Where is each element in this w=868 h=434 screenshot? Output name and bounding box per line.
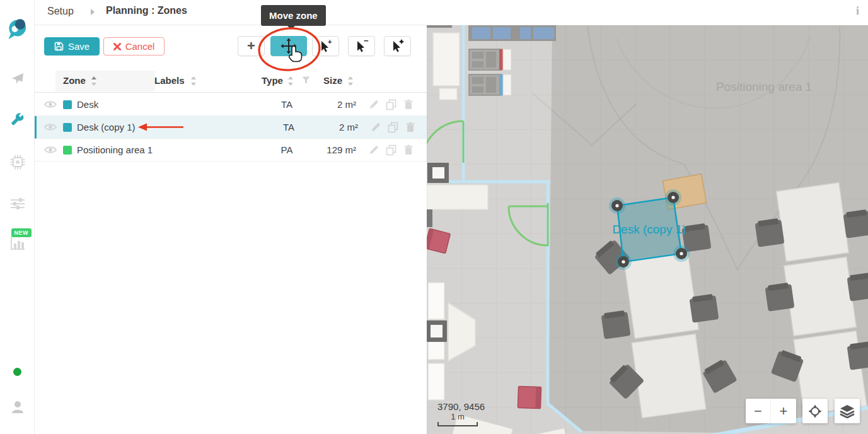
cancel-button-label: Cancel — [125, 41, 155, 52]
locate-crosshair-icon — [808, 404, 822, 418]
zoom-out-button[interactable]: − — [746, 399, 771, 423]
sidebar-item-analytics[interactable]: NEW — [0, 235, 35, 254]
window-shapes — [468, 25, 556, 41]
bed-shape — [469, 49, 511, 70]
move-zone-tooltip: Move zone — [261, 5, 326, 26]
new-badge: NEW — [11, 228, 32, 237]
move-point-button[interactable] — [384, 36, 411, 56]
zones-table-header: Zone Labels Type Size — [35, 69, 427, 93]
pozyx-logo-icon — [6, 16, 29, 40]
visibility-eye-icon[interactable] — [44, 122, 57, 134]
sliders-icon — [9, 196, 26, 211]
delete-trash-icon[interactable] — [403, 144, 414, 158]
zone-type: TA — [274, 99, 299, 110]
zone-size: 129 m² — [309, 144, 356, 155]
zone-name: Desk (copy 1) — [77, 122, 136, 132]
zone-color-swatch — [63, 146, 72, 155]
layers-icon — [840, 404, 855, 418]
chip-icon — [9, 154, 26, 170]
save-button[interactable]: Save — [44, 37, 100, 56]
table-row-desk[interactable]: Desk TA 2 m² — [35, 93, 427, 116]
zone-type: TA — [276, 122, 301, 132]
duplicate-copy-icon[interactable] — [388, 122, 399, 136]
sort-arrows-zone — [91, 76, 97, 86]
plus-icon: + — [247, 38, 255, 54]
column-header-size[interactable]: Size — [323, 75, 342, 86]
bed-shape — [469, 74, 511, 95]
sort-arrows-size — [348, 76, 354, 86]
header-divider — [35, 25, 427, 25]
user-icon — [9, 399, 26, 415]
cancel-x-icon — [113, 43, 121, 50]
sidebar-item-hardware[interactable] — [0, 154, 35, 170]
sort-arrows-labels — [191, 76, 197, 86]
save-button-label: Save — [68, 41, 90, 52]
red-chair-shape — [518, 386, 541, 408]
sidebar-item-setup[interactable] — [0, 112, 35, 128]
add-point-button[interactable]: + — [312, 36, 339, 56]
zone-color-swatch — [63, 100, 72, 109]
cancel-button[interactable]: Cancel — [103, 37, 165, 56]
cursor-move-point-icon — [390, 38, 405, 54]
cursor-minus-icon: − — [354, 38, 369, 54]
locate-button[interactable] — [802, 399, 828, 423]
map-canvas[interactable]: Positioning area 1 Desk (copy 1) 3790, 9… — [427, 25, 868, 434]
map-top-strip: i — [427, 0, 868, 25]
move-zone-button[interactable] — [270, 36, 307, 56]
info-icon[interactable]: i — [856, 4, 859, 18]
wrench-icon — [9, 112, 25, 128]
paper-plane-icon — [10, 71, 25, 86]
app-logo[interactable] — [0, 16, 35, 40]
table-row-desk-copy-1[interactable]: Desk (copy 1) TA 2 m² — [35, 116, 427, 139]
svg-text:+: + — [328, 38, 332, 45]
selected-zone-polygon[interactable] — [617, 197, 681, 262]
edit-pencil-icon[interactable] — [369, 99, 379, 113]
svg-text:−: − — [364, 38, 369, 45]
cursor-plus-icon: + — [318, 38, 333, 54]
breadcrumb-section[interactable]: Setup — [47, 6, 74, 17]
sidebar-item-home[interactable] — [0, 71, 35, 86]
duplicate-copy-icon[interactable] — [386, 144, 397, 158]
sidebar-item-account[interactable] — [0, 399, 35, 415]
sort-arrows-type — [288, 76, 294, 86]
zone-name: Desk — [77, 99, 98, 110]
edit-pencil-icon[interactable] — [369, 144, 379, 158]
column-header-zone[interactable]: Zone — [63, 75, 86, 86]
sidebar-item-settings[interactable] — [0, 196, 35, 211]
zone-color-swatch — [63, 123, 72, 132]
zone-type: PA — [274, 144, 299, 155]
add-zone-button[interactable]: + — [238, 36, 265, 56]
remove-point-button[interactable]: − — [348, 36, 375, 56]
zoom-in-button[interactable]: + — [771, 399, 796, 423]
duplicate-copy-icon[interactable] — [386, 99, 397, 113]
breadcrumb-page: Planning : Zones — [106, 5, 187, 16]
save-floppy-icon — [54, 42, 64, 51]
floor-plan — [427, 25, 868, 434]
visibility-eye-icon[interactable] — [44, 145, 57, 157]
move-arrows-icon — [281, 38, 297, 54]
column-header-labels[interactable]: Labels — [154, 75, 185, 86]
sidebar: NEW — [0, 0, 35, 434]
zoom-control-group: − + — [746, 399, 796, 423]
zone-size: 2 m² — [311, 122, 358, 132]
connection-status-dot — [0, 368, 35, 376]
zone-name: Positioning area 1 — [77, 144, 153, 155]
visibility-eye-icon[interactable] — [44, 100, 57, 112]
filter-funnel-icon[interactable] — [302, 76, 310, 85]
zones-panel: Setup Planning : Zones Save Cancel + — [35, 0, 427, 434]
column-header-type[interactable]: Type — [262, 75, 283, 86]
edit-pencil-icon[interactable] — [371, 122, 381, 136]
breadcrumb-chevron-icon — [91, 9, 95, 15]
layers-button[interactable] — [835, 399, 860, 423]
delete-trash-icon[interactable] — [403, 99, 414, 113]
delete-trash-icon[interactable] — [405, 122, 415, 136]
zone-size: 2 m² — [309, 99, 356, 110]
table-row-positioning-area-1[interactable]: Positioning area 1 PA 129 m² — [35, 139, 427, 161]
